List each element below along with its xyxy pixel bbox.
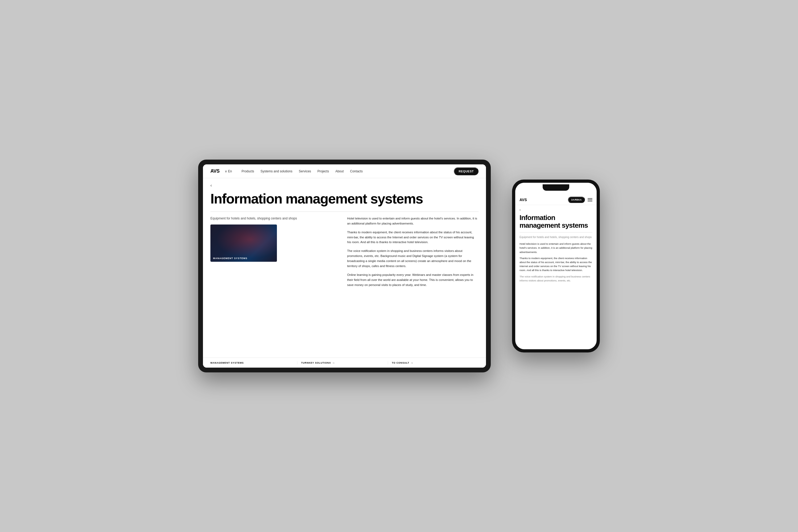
page-title: Information management systems (210, 191, 478, 206)
tablet-device: AVS ∨ En Products Systems and solutions … (198, 159, 491, 373)
hamburger-menu-icon[interactable] (588, 198, 592, 201)
nav-contacts[interactable]: Contacts (350, 169, 363, 173)
phone-device: AVS ЗАЯВКА ‹ Information management syst… (512, 179, 600, 353)
tablet-screen: AVS ∨ En Products Systems and solutions … (203, 165, 486, 367)
body-paragraph-3: The voice notification system in shoppin… (347, 248, 478, 269)
nav-systems[interactable]: Systems and solutions (261, 169, 292, 173)
article-image: MANAGEMENT SYSTEMS (210, 225, 277, 262)
phone-notch (543, 184, 569, 191)
nav-links: Products Systems and solutions Services … (242, 169, 454, 173)
nav-projects[interactable]: Projects (317, 169, 329, 173)
nav-services[interactable]: Services (299, 169, 311, 173)
footer-item-consult[interactable]: TO CONSULT → (388, 361, 478, 364)
arrow-icon: → (332, 361, 335, 364)
phone-paragraph-3: The voice notification system in shoppin… (519, 274, 592, 283)
phone-back-arrow[interactable]: ‹ (519, 208, 592, 212)
body-paragraph-1: Hotel television is used to entertain an… (347, 216, 478, 226)
tablet-logo: AVS (210, 168, 220, 174)
menu-line-2 (588, 200, 592, 200)
phone-paragraph-1: Hotel television is used to entertain an… (519, 242, 592, 254)
request-button[interactable]: REQUEST (454, 167, 478, 175)
phone-subtitle: Equipment for hotels and hotels, shoppin… (519, 235, 592, 239)
tablet-content-area: ‹ Information management systems Equipme… (203, 178, 486, 358)
title-divider (210, 211, 478, 212)
arrow-icon: → (411, 361, 414, 364)
phone-paragraph-2: Thanks to modern equipment, the client r… (519, 256, 592, 272)
body-paragraph-4: Online learning is gaining popularity ev… (347, 272, 478, 288)
phone-content-area: ‹ Information management systems Equipme… (515, 205, 597, 349)
phone-request-button[interactable]: ЗАЯВКА (568, 196, 585, 203)
footer-item-management[interactable]: MANAGEMENT SYSTEMS (210, 361, 297, 364)
body-paragraph-2: Thanks to modern equipment, the client r… (347, 230, 478, 245)
image-label: MANAGEMENT SYSTEMS (213, 257, 247, 260)
menu-line-3 (588, 201, 592, 201)
tablet-footer: MANAGEMENT SYSTEMS TURNKEY SOLUTIONX → T… (203, 358, 486, 367)
language-selector[interactable]: ∨ En (225, 169, 232, 173)
phone-divider (519, 232, 592, 232)
content-left: Equipment for hotels and hotels, shoppin… (210, 216, 342, 358)
scene: AVS ∨ En Products Systems and solutions … (198, 159, 600, 373)
footer-item-turnkey[interactable]: TURNKEY SOLUTIONX → (297, 361, 388, 364)
subtitle-text: Equipment for hotels and hotels, shoppin… (210, 216, 342, 221)
nav-products[interactable]: Products (242, 169, 254, 173)
phone-navbar: AVS ЗАЯВКА (515, 194, 597, 205)
nav-about[interactable]: About (336, 169, 344, 173)
phone-logo: AVS (519, 198, 568, 202)
phone-page-title: Information management systems (519, 214, 592, 229)
content-right: Hotel television is used to entertain an… (347, 216, 478, 358)
tablet-navbar: AVS ∨ En Products Systems and solutions … (203, 165, 486, 178)
content-grid: Equipment for hotels and hotels, shoppin… (210, 216, 478, 358)
phone-screen: AVS ЗАЯВКА ‹ Information management syst… (515, 183, 597, 349)
back-arrow[interactable]: ‹ (210, 183, 478, 188)
menu-line-1 (588, 198, 592, 199)
image-overlay (210, 225, 277, 262)
